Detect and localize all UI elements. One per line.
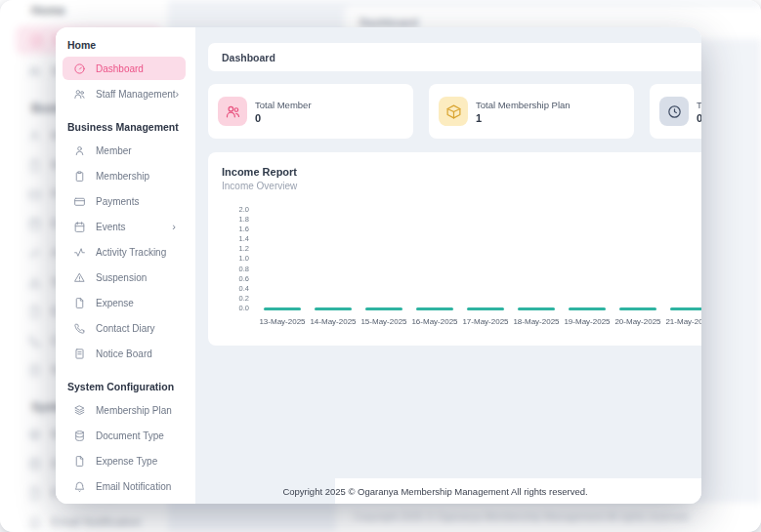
chart-plot-area: 13-May-202514-May-202515-May-202516-May-…	[257, 205, 701, 326]
main-content: Dashboard Total Member 0 Total Membershi…	[195, 27, 701, 346]
chart-category-slot: 15-May-2025	[359, 205, 409, 326]
y-tick-label: 0.2	[239, 294, 249, 303]
chart-bar-area	[416, 205, 453, 312]
chart-y-axis: 2.01.81.61.41.21.00.80.60.40.20.0	[222, 205, 249, 312]
x-tick-label: 19-May-2025	[564, 317, 610, 326]
sidebar-item-payments[interactable]: Payments ›	[63, 188, 186, 214]
document-icon	[73, 430, 86, 442]
sidebar-item-label: Email Notification	[96, 481, 171, 492]
stat-value: 0	[255, 112, 312, 124]
chart-category-slot: 17-May-2025	[460, 205, 511, 326]
y-tick-label: 0.6	[239, 274, 249, 283]
y-tick-label: 0.8	[239, 265, 249, 273]
sidebar-item-dashboard[interactable]: Dashboard ›	[63, 57, 186, 80]
sidebar-item-label: Member	[96, 145, 132, 156]
income-report-card: Income Report Income Overview 2.01.81.61…	[208, 152, 701, 346]
suspension-icon	[73, 271, 86, 284]
sidebar-item-expense-type[interactable]: Expense Type ›	[63, 448, 186, 473]
stat-label: Total Member	[255, 100, 312, 110]
x-tick-label: 15-May-2025	[360, 317, 406, 326]
chart-bar	[416, 307, 453, 310]
y-tick-label: 1.0	[239, 254, 249, 263]
sidebar-item-label: Suspension	[96, 272, 147, 283]
clock-history-icon	[659, 97, 689, 126]
stat-text: Total Membership Plan 1	[476, 100, 571, 124]
plan-icon	[73, 404, 86, 417]
sidebar-item-label: Expense Type	[96, 456, 157, 467]
footer-bar: Copyright 2025 © Ogaranya Membership Man…	[335, 478, 701, 504]
staff-icon	[73, 88, 86, 101]
sidebar-item-label: Membership Plan	[96, 405, 172, 416]
sidebar-section: Business Management Member › Membership …	[63, 121, 186, 366]
chart-bar	[365, 307, 402, 310]
members-icon	[218, 97, 247, 126]
y-tick-label: 1.6	[239, 225, 249, 233]
package-icon	[439, 97, 468, 126]
sidebar-item-label: Payments	[96, 196, 139, 207]
chart-bar	[315, 307, 352, 310]
chart-category-slot: 13-May-2025	[257, 205, 308, 326]
sidebar-item-notice-board[interactable]: Notice Board ›	[63, 341, 186, 366]
y-tick-label: 0.0	[239, 304, 249, 312]
expense-icon	[73, 297, 86, 309]
stat-label: T	[697, 100, 701, 110]
sidebar-item-events[interactable]: Events ›	[63, 214, 186, 239]
stat-cards-row: Total Member 0 Total Membership Plan 1 T…	[208, 84, 701, 139]
stat-card-t: T 0	[650, 84, 701, 139]
chart-bar	[467, 307, 504, 310]
stat-value: 1	[476, 112, 571, 124]
chart-bar-area	[670, 205, 701, 312]
sidebar-item-contact-diary[interactable]: Contact Diary ›	[63, 315, 186, 341]
sidebar-item-label: Membership	[96, 171, 149, 182]
sidebar-section: System Configuration Membership Plan › D…	[63, 381, 186, 499]
x-tick-label: 21-May-2025	[665, 317, 701, 326]
member-icon	[73, 144, 86, 157]
sidebar-item-suspension[interactable]: Suspension ›	[63, 265, 186, 290]
sidebar-item-label: Dashboard	[96, 63, 144, 74]
chart-bar-area	[569, 205, 606, 312]
chart-subtitle: Income Overview	[222, 181, 701, 191]
chart-bar-area	[315, 205, 352, 312]
events-icon	[73, 221, 86, 233]
sidebar-item-staff-management[interactable]: Staff Management ›	[63, 81, 186, 106]
y-tick-label: 0.4	[239, 284, 249, 293]
y-tick-label: 2.0	[239, 205, 249, 214]
chart-bar-area	[518, 205, 555, 312]
chart-category-slot: 20-May-2025	[613, 205, 663, 326]
chart-category-slot: 14-May-2025	[308, 205, 359, 326]
sidebar-item-label: Events	[96, 222, 126, 232]
stat-card-total-member: Total Member 0	[208, 84, 413, 139]
x-tick-label: 16-May-2025	[411, 317, 457, 326]
sidebar-section-items: Member › Membership › Payments › Events …	[63, 138, 186, 366]
sidebar: Home Dashboard › Staff Management › Busi…	[56, 27, 195, 504]
sidebar-section-header: Home	[63, 39, 186, 56]
sidebar-item-membership-plan[interactable]: Membership Plan ›	[63, 397, 186, 423]
sidebar-item-expense[interactable]: Expense ›	[63, 290, 186, 315]
income-chart: 2.01.81.61.41.21.00.80.60.40.20.0 13-May…	[222, 205, 701, 326]
sidebar-section-items: Membership Plan › Document Type › Expens…	[63, 397, 186, 499]
sidebar-section: Home Dashboard › Staff Management ›	[63, 39, 186, 106]
sidebar-item-member[interactable]: Member ›	[63, 138, 186, 163]
stat-text: T 0	[697, 100, 701, 124]
sidebar-item-label: Notice Board	[96, 348, 152, 359]
sidebar-item-document-type[interactable]: Document Type ›	[63, 423, 186, 448]
x-tick-label: 20-May-2025	[614, 317, 660, 326]
expense-type-icon	[73, 455, 86, 468]
sidebar-item-email-notification[interactable]: Email Notification ›	[63, 473, 186, 499]
chart-category-slot: 18-May-2025	[511, 205, 562, 326]
chevron-right-icon: ›	[172, 222, 178, 232]
footer-text: Copyright 2025 © Ogaranya Membership Man…	[282, 486, 587, 497]
chart-bar-area	[365, 205, 402, 312]
chart-category-slot: 16-May-2025	[409, 205, 460, 326]
y-tick-label: 1.8	[239, 215, 249, 224]
dashboard-icon	[73, 62, 86, 75]
notice-icon	[73, 348, 86, 360]
sidebar-section-items: Dashboard › Staff Management ›	[63, 57, 186, 106]
sidebar-item-activity-tracking[interactable]: Activity Tracking ›	[63, 239, 186, 265]
chart-bar	[569, 307, 606, 310]
chart-bar	[518, 307, 555, 310]
main-area: Dashboard Total Member 0 Total Membershi…	[195, 27, 701, 504]
sidebar-item-membership[interactable]: Membership ›	[63, 163, 186, 188]
sidebar-section-header: Business Management	[63, 121, 186, 138]
x-tick-label: 17-May-2025	[462, 317, 508, 326]
